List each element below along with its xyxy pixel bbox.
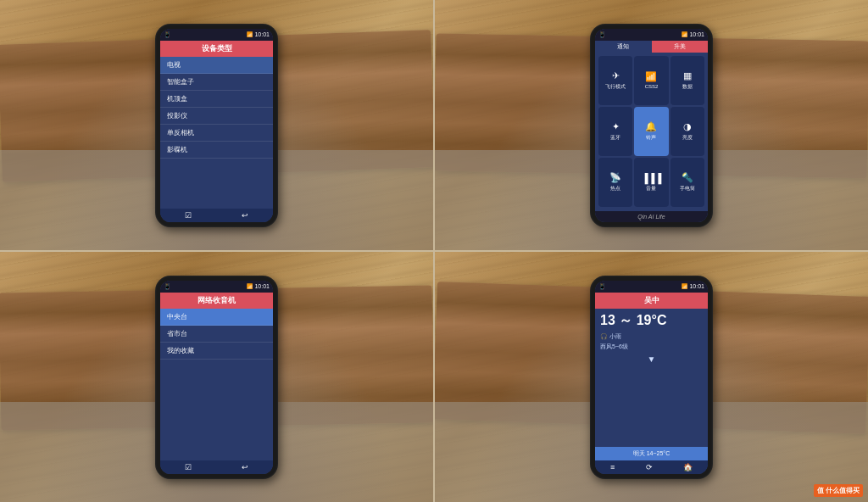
phone-body-3: 📱 📶 10:01 网络收音机 中央台 省市台 [155, 276, 278, 479]
list-item[interactable]: 投影仪 [160, 108, 273, 125]
menu-footer-1: ☑ ↩ [160, 209, 273, 222]
status-bar-3: 📱 📶 10:01 [160, 281, 273, 293]
data-icon: ▦ [683, 70, 692, 81]
phone-icon-2: 📱 [598, 31, 606, 38]
status-icons-2: 📶 10:01 [682, 31, 704, 37]
control-ringtone[interactable]: 🔔 铃声 [634, 107, 668, 156]
time-2: 10:01 [689, 31, 704, 37]
quadrant-1: 📱 📶 10:01 设备类型 电视 智能盒子 [0, 0, 433, 250]
list-item[interactable]: 我的收藏 [160, 343, 273, 360]
list-item[interactable]: 机顶盒 [160, 91, 273, 108]
control-css2[interactable]: 📶 CSS2 [634, 56, 668, 105]
control-data[interactable]: ▦ 数据 [670, 56, 704, 105]
flight-icon: ✈ [612, 70, 620, 81]
menu-footer-3: ☑ ↩ [160, 460, 273, 474]
signal-icon-1: 📶 [247, 31, 253, 37]
control-flight-mode[interactable]: ✈ 飞行模式 [598, 56, 632, 105]
screen1-header: 设备类型 [160, 41, 273, 57]
signal-icon-2: 📶 [682, 31, 687, 37]
tab-notification[interactable]: 通知 [595, 41, 652, 53]
menu-list-1: 电视 智能盒子 机顶盒 投影仪 单反相机 影碟机 [160, 57, 273, 209]
phone-body-4: 📱 📶 10:01 吴中 13 ～ 19°C 🎧 小雨 [590, 276, 713, 479]
list-item[interactable]: 影碟机 [160, 142, 273, 159]
status-icons-1: 📶 10:01 [247, 31, 270, 37]
brightness-icon: ◑ [683, 121, 692, 132]
watermark: 值 什么值得买 [814, 484, 863, 497]
control-flashlight[interactable]: 🔦 手电筒 [670, 158, 704, 207]
quadrant-4: 📱 📶 10:01 吴中 13 ～ 19°C 🎧 小雨 [435, 252, 868, 502]
control-bluetooth[interactable]: ✦ 蓝牙 [598, 107, 632, 156]
list-item[interactable]: 单反相机 [160, 125, 273, 142]
back-icon-1[interactable]: ↩ [242, 211, 248, 220]
list-item[interactable]: 省市台 [160, 326, 273, 343]
control-hotspot[interactable]: 📡 热点 [598, 158, 632, 207]
screen3-header: 网络收音机 [160, 293, 273, 309]
phone-screen-4: 📱 📶 10:01 吴中 13 ～ 19°C 🎧 小雨 [595, 281, 708, 474]
wifi-icon: 📶 [645, 71, 657, 82]
screen2-tabs: 通知 升美 [595, 41, 708, 53]
tab-beauty[interactable]: 升美 [652, 41, 709, 53]
weather-main: 13 ～ 19°C 🎧 小雨 西风5~6级 ▼ [595, 309, 708, 447]
quadrant-2: 📱 📶 10:01 通知 升美 [435, 0, 868, 250]
brand-label: Qin AI Life [595, 211, 708, 222]
refresh-icon-4[interactable]: ⟳ [646, 463, 653, 471]
control-grid: ✈ 飞行模式 📶 CSS2 ▦ 数据 ✦ 蓝牙 [595, 53, 708, 211]
weather-tomorrow: 明天 14~25°C [595, 447, 708, 460]
phone-1: 📱 📶 10:01 设备类型 电视 智能盒子 [155, 24, 278, 227]
phone-4: 📱 📶 10:01 吴中 13 ～ 19°C 🎧 小雨 [590, 276, 713, 479]
phone-screen-1: 📱 📶 10:01 设备类型 电视 智能盒子 [160, 29, 273, 222]
phone-body-1: 📱 📶 10:01 设备类型 电视 智能盒子 [155, 24, 278, 227]
signal-icon-4: 📶 [682, 283, 687, 289]
signal-icon-3: 📶 [247, 283, 253, 289]
hotspot-icon: 📡 [609, 172, 621, 183]
check-icon-3[interactable]: ☑ [185, 463, 192, 471]
time-1: 10:01 [254, 31, 270, 37]
phone-body-2: 📱 📶 10:01 通知 升美 [590, 24, 713, 227]
quadrant-3: 📱 📶 10:01 网络收音机 中央台 省市台 [0, 252, 433, 502]
status-bar-4: 📱 📶 10:01 [595, 281, 708, 293]
list-item[interactable]: 中央台 [160, 309, 273, 326]
weather-wind: 西风5~6级 [600, 343, 703, 351]
phone-2: 📱 📶 10:01 通知 升美 [590, 24, 713, 227]
menu-icon-4[interactable]: ≡ [610, 463, 615, 471]
volume-icon: ▐▐▐ [642, 173, 661, 183]
arrow-down-icon: ▼ [600, 354, 703, 364]
list-item[interactable]: 电视 [160, 57, 273, 74]
phone-icon-4: 📱 [598, 283, 606, 290]
time-4: 10:01 [689, 283, 704, 289]
control-brightness[interactable]: ◑ 亮度 [670, 107, 704, 156]
phone-icon-1: 📱 [164, 31, 171, 38]
phone-icon-3: 📱 [164, 283, 171, 290]
weather-footer: ≡ ⟳ 🏠 [595, 460, 708, 474]
status-icons-3: 📶 10:01 [247, 283, 270, 289]
weather-description: 🎧 小雨 [600, 332, 703, 341]
weather-temperature: 13 ～ 19°C [600, 312, 703, 330]
bell-icon: 🔔 [645, 121, 657, 132]
list-item[interactable]: 智能盒子 [160, 74, 273, 91]
status-bar-2: 📱 📶 10:01 [595, 29, 708, 41]
control-volume[interactable]: ▐▐▐ 音量 [634, 158, 668, 207]
screen4-header: 吴中 [595, 293, 708, 309]
phone-3: 📱 📶 10:01 网络收音机 中央台 省市台 [155, 276, 278, 479]
flashlight-icon: 🔦 [682, 172, 693, 183]
check-icon-1[interactable]: ☑ [185, 211, 192, 220]
status-bar-1: 📱 📶 10:01 [160, 29, 273, 41]
home-icon-4[interactable]: 🏠 [683, 463, 693, 471]
time-3: 10:01 [254, 283, 270, 289]
phone-screen-2: 📱 📶 10:01 通知 升美 [595, 29, 708, 222]
status-icons-4: 📶 10:01 [682, 283, 704, 289]
back-icon-3[interactable]: ↩ [242, 463, 248, 471]
phone-screen-3: 📱 📶 10:01 网络收音机 中央台 省市台 [160, 281, 273, 474]
menu-list-3: 中央台 省市台 我的收藏 [160, 309, 273, 460]
bluetooth-icon: ✦ [612, 121, 620, 132]
rain-icon: 🎧 [600, 333, 608, 339]
